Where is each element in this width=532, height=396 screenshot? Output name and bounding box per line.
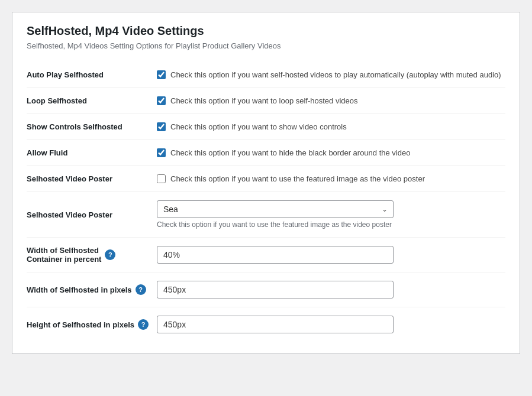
table-row: Selhosted Video PosterSeaMountainForestO… [27,192,505,238]
field-label-show_controls: Show Controls Selfhosted [27,114,157,140]
table-row: Auto Play SelfhostedCheck this option if… [27,62,505,88]
field-value-video_poster_checkbox: Check this option if you want to use the… [157,166,505,192]
field-label-height_pixels: Height of Selfhosted in pixels? [27,307,157,342]
page-title: SelfHosted, Mp4 Video Settings [27,24,505,38]
checkbox-label-video_poster_checkbox: Check this option if you want to use the… [170,174,425,183]
checkbox-auto_play[interactable] [157,70,166,79]
field-label-loop: Loop Selfhosted [27,88,157,114]
field-value-height_pixels [157,307,505,342]
select-video_poster_select[interactable]: SeaMountainForestOcean [157,200,394,218]
checkbox-show_controls[interactable] [157,122,166,131]
table-row: Selhosted Video PosterCheck this option … [27,166,505,192]
help-icon-width_percent[interactable]: ? [105,249,115,260]
field-value-auto_play: Check this option if you want self-hoste… [157,62,505,88]
checkbox-loop[interactable] [157,96,166,105]
settings-table: Auto Play SelfhostedCheck this option if… [27,62,505,342]
table-row: Width of Selfhosted in pixels? [27,272,505,307]
field-value-loop: Check this option if you want to loop se… [157,88,505,114]
field-label-video_poster_select: Selhosted Video Poster [27,192,157,238]
table-row: Height of Selfhosted in pixels? [27,307,505,342]
checkbox-label-allow_fluid: Check this option if you want to hide th… [170,148,410,157]
checkbox-label-auto_play: Check this option if you want self-hoste… [170,70,501,79]
table-row: Show Controls SelfhostedCheck this optio… [27,114,505,140]
text-input-height_pixels[interactable] [157,316,394,333]
field-label-width_pixels: Width of Selfhosted in pixels? [27,272,157,307]
field-label-width_percent: Width of SelfhostedContainer in percent? [27,238,157,272]
checkbox-video_poster_checkbox[interactable] [157,174,166,183]
table-row: Width of SelfhostedContainer in percent? [27,238,505,272]
checkbox-label-loop: Check this option if you want to loop se… [170,96,358,105]
text-input-width_pixels[interactable] [157,281,394,298]
field-value-width_pixels [157,272,505,307]
page-subtitle: Selfhosted, Mp4 Videos Setting Options f… [27,41,505,50]
help-icon-height_pixels[interactable]: ? [138,319,149,330]
table-row: Loop SelfhostedCheck this option if you … [27,88,505,114]
field-value-video_poster_select: SeaMountainForestOcean⌄Check this option… [157,192,505,238]
checkbox-allow_fluid[interactable] [157,148,166,157]
checkbox-label-show_controls: Check this option if you want to show vi… [170,122,347,131]
field-label-allow_fluid: Allow Fluid [27,140,157,166]
field-label-auto_play: Auto Play Selfhosted [27,62,157,88]
field-value-allow_fluid: Check this option if you want to hide th… [157,140,505,166]
field-value-show_controls: Check this option if you want to show vi… [157,114,505,140]
text-input-width_percent[interactable] [157,246,394,264]
table-row: Allow FluidCheck this option if you want… [27,140,505,166]
field-label-video_poster_checkbox: Selhosted Video Poster [27,166,157,192]
field-value-width_percent [157,238,505,272]
helper-text-video_poster_select: Check this option if you want to use the… [157,220,505,229]
help-icon-width_pixels[interactable]: ? [136,284,146,295]
settings-panel: SelfHosted, Mp4 Video Settings Selfhoste… [12,12,520,354]
